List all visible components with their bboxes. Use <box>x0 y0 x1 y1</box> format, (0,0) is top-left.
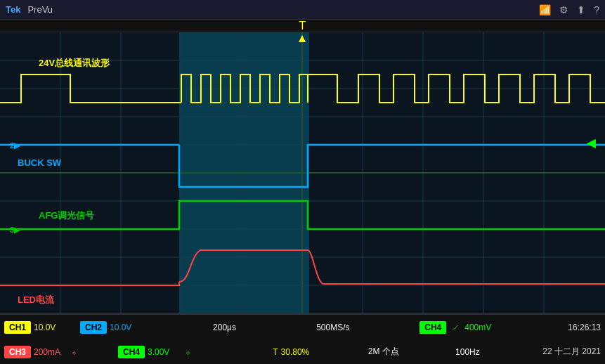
svg-text:LED电流: LED电流 <box>18 294 55 305</box>
waveform-display: 2▶ 3▶ 24V总线通讯波形 BUCK SW AFG调光信号 LED电流 ◀ <box>0 32 605 313</box>
statusbar: CH1 10.0V CH2 10.0V 200μs 500MS/s CH4 ⟋ … <box>0 313 605 364</box>
ch2-tag[interactable]: CH2 <box>80 321 107 334</box>
svg-text:BUCK SW: BUCK SW <box>18 157 62 168</box>
help-icon[interactable]: ? <box>594 4 599 15</box>
wifi-icon[interactable]: 📶 <box>539 4 551 15</box>
svg-text:AFG调光信号: AFG调光信号 <box>39 210 95 221</box>
svg-text:24V总线通讯波形: 24V总线通讯波形 <box>39 58 110 68</box>
ch4-waveform-icon: ⟋ <box>450 322 460 333</box>
trigger-icon: T <box>273 347 278 357</box>
trigger-percent: 30.80% <box>281 347 316 357</box>
time-display: 16:26:13 <box>568 323 601 332</box>
sample-rate: 500MS/s <box>316 323 351 332</box>
svg-marker-18 <box>299 35 306 42</box>
ch3-voltage: 200mA <box>34 347 69 357</box>
date-display: 22 十二月 2021 <box>542 346 601 358</box>
ch4-tag-bottom[interactable]: CH4 <box>118 346 145 358</box>
ch1-voltage: 10.0V <box>34 323 69 332</box>
topbar-icons: 📶 ⚙ ⬆ ? <box>539 4 599 15</box>
trigger-t-marker: T <box>299 20 306 32</box>
ch4-suffix: ⬦ <box>186 347 221 357</box>
ch3-tag[interactable]: CH3 <box>4 346 31 358</box>
ch2-voltage: 10.0V <box>110 323 145 332</box>
svg-text:◀: ◀ <box>586 137 596 149</box>
ch3-suffix: ⬦ <box>72 347 107 357</box>
timebase-value: 200μs <box>213 323 248 332</box>
statusbar-row1: CH1 10.0V CH2 10.0V 200μs 500MS/s CH4 ⟋ … <box>0 315 605 339</box>
topbar: Tek PreVu 📶 ⚙ ⬆ ? <box>0 0 605 20</box>
ch4-voltage: 3.00V <box>148 347 183 357</box>
ch1-tag[interactable]: CH1 <box>4 321 31 334</box>
brand-logo: Tek <box>6 4 20 15</box>
svg-text:3▶: 3▶ <box>10 226 21 234</box>
svg-text:2▶: 2▶ <box>10 141 21 150</box>
trigger-marker-bar: T <box>0 20 605 32</box>
ch4-mv: 400mV <box>464 323 500 332</box>
statusbar-row2: CH3 200mA ⬦ CH4 3.00V ⬦ T 30.80% 2M 个点 1… <box>0 339 605 364</box>
upload-icon[interactable]: ⬆ <box>577 4 585 15</box>
points-count: 2M 个点 <box>368 346 403 358</box>
mode-label: PreVu <box>27 4 539 15</box>
settings-icon[interactable]: ⚙ <box>559 4 568 15</box>
bandwidth: 100Hz <box>455 347 490 357</box>
scope-screen: 2▶ 3▶ 24V总线通讯波形 BUCK SW AFG调光信号 LED电流 ◀ <box>0 32 605 313</box>
ch4-tag-top[interactable]: CH4 <box>419 321 446 334</box>
